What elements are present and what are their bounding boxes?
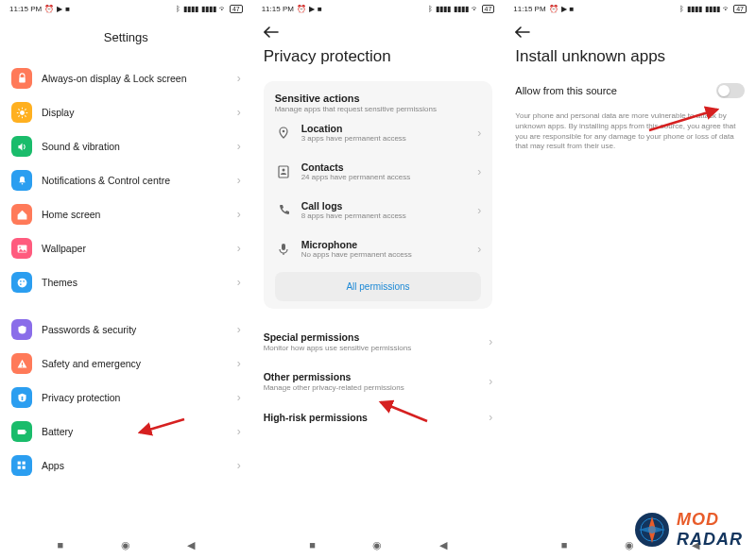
settings-item-privacy-protection[interactable]: Privacy protection›	[11, 381, 241, 415]
shield-icon	[11, 319, 32, 340]
chevron-right-icon: ›	[237, 276, 241, 289]
status-bar: 11:15 PM ⏰ ▶ ■ ᛒ ▮▮▮▮ ▮▮▮▮ ᯤ 47	[0, 0, 252, 17]
screen-install-unknown: 11:15 PM ⏰ ▶ ■ ᛒ ▮▮▮▮ ▮▮▮▮ ᯤ 47 Install …	[504, 0, 756, 559]
perm-subtitle: No apps have permanent access	[301, 250, 469, 259]
svg-line-8	[18, 115, 19, 116]
chevron-right-icon: ›	[237, 425, 241, 438]
chevron-right-icon: ›	[237, 459, 241, 472]
allow-source-row: Allow from this source	[515, 83, 745, 98]
svg-point-16	[20, 283, 22, 285]
screen-settings: 11:15 PM ⏰ ▶ ■ ᛒ ▮▮▮▮ ▮▮▮▮ ᯤ 47 Settings…	[0, 0, 252, 559]
all-permissions-button[interactable]: All permissions	[275, 272, 482, 301]
square-icon: ■	[65, 5, 70, 13]
square-icon: ■	[318, 5, 322, 13]
chevron-right-icon: ›	[237, 106, 241, 119]
nav-home[interactable]: ◉	[372, 539, 382, 551]
chevron-right-icon: ›	[237, 391, 241, 404]
settings-item-notifications-control-centre[interactable]: Notifications & Control centre›	[11, 163, 241, 197]
permission-contacts[interactable]: Contacts24 apps have permanent access›	[275, 152, 482, 191]
signal-icon: ▮▮▮▮	[183, 5, 198, 13]
svg-line-9	[25, 109, 26, 110]
svg-rect-29	[279, 166, 288, 178]
privacy-icon	[11, 387, 32, 408]
perm-category-special-permissions[interactable]: Special permissionsMonitor how apps use …	[264, 322, 493, 362]
settings-item-home-screen[interactable]: Home screen›	[11, 197, 241, 231]
chevron-right-icon: ›	[489, 375, 492, 388]
perm-category-other-permissions[interactable]: Other permissionsManage other privacy-re…	[264, 362, 493, 401]
nav-home[interactable]: ◉	[121, 539, 130, 551]
signal2-icon: ▮▮▮▮	[454, 5, 469, 13]
list-label: Themes	[42, 277, 228, 288]
settings-item-wallpaper[interactable]: Wallpaper›	[11, 231, 241, 265]
modradar-logo: MOD RADAR	[633, 510, 743, 550]
settings-item-themes[interactable]: Themes›	[11, 265, 241, 299]
item-title: Other permissions	[264, 371, 490, 382]
svg-point-13	[17, 278, 26, 287]
chevron-right-icon: ›	[237, 357, 241, 370]
sensitive-actions-card: Sensitive actions Manage apps that reque…	[264, 81, 493, 309]
perm-title: Call logs	[301, 200, 469, 212]
nav-back[interactable]: ◀	[439, 539, 447, 551]
youtube-icon: ▶	[309, 5, 315, 13]
list-label: Sound & vibration	[42, 141, 228, 152]
list-label: Apps	[42, 460, 228, 471]
back-button[interactable]	[264, 17, 493, 43]
nav-back[interactable]: ◀	[187, 539, 195, 551]
perm-subtitle: 8 apps have permanent access	[301, 212, 469, 220]
chevron-right-icon: ›	[237, 323, 241, 336]
page-title: Privacy protection	[264, 47, 493, 66]
svg-point-1	[20, 110, 25, 115]
permission-microphone[interactable]: MicrophoneNo apps have permanent access›	[275, 229, 482, 268]
list-label: Notifications & Control centre	[42, 175, 228, 186]
nav-recent[interactable]: ■	[309, 539, 316, 551]
allow-source-toggle[interactable]	[716, 83, 745, 98]
perm-subtitle: 24 apps have permanent access	[301, 173, 469, 181]
list-label: Always-on display & Lock screen	[42, 73, 228, 84]
svg-point-30	[282, 168, 284, 171]
nav-recent[interactable]: ■	[58, 539, 64, 551]
permission-location[interactable]: Location3 apps have permanent access›	[275, 113, 482, 152]
list-label: Privacy protection	[42, 392, 228, 403]
svg-point-19	[21, 396, 23, 398]
item-title: High-risk permissions	[264, 412, 490, 423]
chevron-right-icon: ›	[237, 174, 241, 187]
alert-icon	[11, 353, 32, 374]
svg-point-12	[19, 246, 21, 248]
settings-item-apps[interactable]: Apps›	[11, 449, 241, 483]
perm-title: Location	[301, 123, 469, 134]
settings-item-battery[interactable]: Battery›	[11, 415, 241, 449]
list-label: Home screen	[42, 209, 228, 220]
list-label: Wallpaper	[42, 243, 228, 254]
settings-item-display[interactable]: Display›	[11, 95, 241, 129]
item-subtitle: Manage other privacy-related permissions	[264, 383, 490, 392]
svg-rect-20	[21, 398, 23, 399]
logo-badge-icon	[633, 511, 671, 549]
home-icon	[11, 204, 32, 225]
permission-call-logs[interactable]: Call logs8 apps have permanent access›	[275, 191, 482, 229]
arrow-left-icon	[264, 26, 279, 38]
wifi-icon: ᯤ	[472, 5, 479, 13]
alarm-icon: ⏰	[297, 5, 306, 13]
back-button[interactable]	[515, 17, 745, 43]
svg-rect-31	[282, 244, 285, 250]
status-time: 11:15 PM	[262, 5, 294, 13]
svg-point-15	[23, 280, 25, 282]
perm-category-high-risk-permissions[interactable]: High-risk permissions›	[264, 401, 493, 433]
svg-line-6	[18, 109, 19, 110]
perm-title: Contacts	[301, 161, 469, 173]
settings-item-always-on-display-lock-screen[interactable]: Always-on display & Lock screen›	[11, 61, 241, 95]
svg-point-14	[20, 280, 22, 282]
svg-line-7	[25, 115, 26, 116]
nav-recent[interactable]: ■	[561, 539, 568, 551]
svg-rect-21	[17, 430, 25, 434]
settings-item-sound-vibration[interactable]: Sound & vibration›	[11, 129, 241, 163]
item-title: Special permissions	[264, 331, 490, 343]
youtube-icon: ▶	[561, 5, 567, 13]
settings-item-safety-and-emergency[interactable]: Safety and emergency›	[11, 347, 241, 381]
status-time: 11:15 PM	[513, 5, 545, 13]
list-label: Passwords & security	[42, 324, 228, 335]
settings-item-passwords-security[interactable]: Passwords & security›	[11, 313, 241, 347]
svg-rect-26	[22, 466, 25, 468]
chevron-right-icon: ›	[237, 140, 241, 153]
chevron-right-icon: ›	[477, 165, 481, 178]
